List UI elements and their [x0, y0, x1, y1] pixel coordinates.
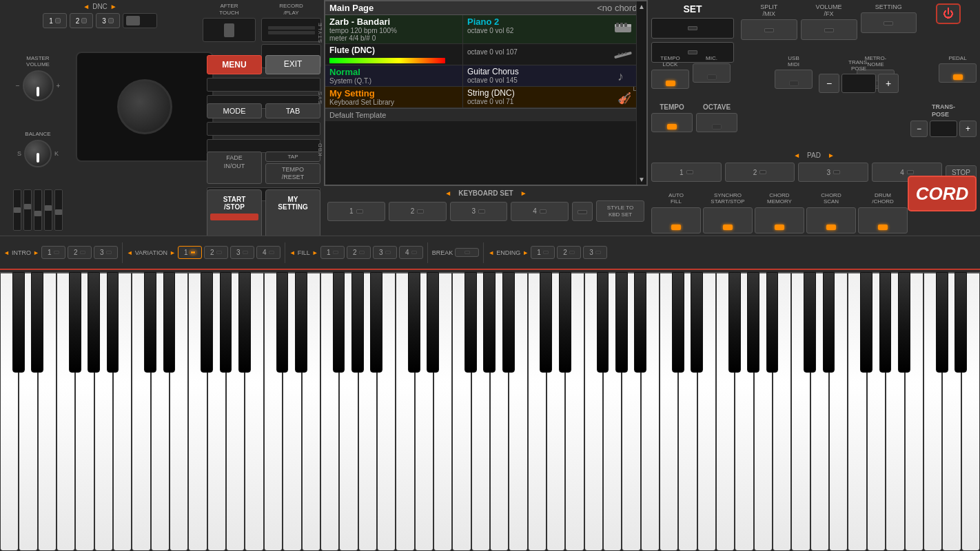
- style-to-kbd-set-button[interactable]: STYLE TOKBD SET: [596, 200, 644, 222]
- intro-btn-3[interactable]: 3: [94, 246, 118, 259]
- black-key-3-2[interactable]: [465, 272, 477, 373]
- black-key-1-1[interactable]: [163, 272, 176, 373]
- pitch-slider-4[interactable]: [44, 189, 52, 231]
- scroll-down-btn[interactable]: ▼: [638, 176, 645, 183]
- black-key-1-0[interactable]: [144, 272, 156, 373]
- black-key-3-3[interactable]: [483, 272, 496, 373]
- pitch-slider-1[interactable]: [13, 189, 21, 231]
- display-row-1[interactable]: Zarb - Bandari tempo 120 bpm 100% meter …: [325, 15, 646, 44]
- kbd-set-btn-4[interactable]: 4: [511, 202, 569, 221]
- fade-button[interactable]: FADEIN/OUT: [207, 152, 262, 184]
- cord-section[interactable]: CORD: [908, 176, 977, 211]
- black-key-0-3[interactable]: [88, 272, 100, 373]
- transpose-plus-btn[interactable]: +: [959, 121, 977, 137]
- kbd-set-btn-2[interactable]: 2: [389, 202, 447, 221]
- black-key-0-1[interactable]: [31, 272, 43, 373]
- fill-btn-1[interactable]: 1: [320, 246, 345, 259]
- black-key-5-0[interactable]: [672, 272, 684, 373]
- pitch-slider-3[interactable]: [34, 189, 42, 231]
- transpose-minus-btn[interactable]: −: [910, 121, 928, 137]
- fill-btn-2[interactable]: 2: [347, 246, 371, 259]
- black-key-0-0[interactable]: [12, 272, 25, 373]
- black-key-6-0[interactable]: [804, 272, 816, 373]
- tempo-reset-button[interactable]: TEMPO/RESET: [265, 163, 320, 184]
- black-key-6-1[interactable]: [823, 272, 835, 373]
- variation-btn-4[interactable]: 4: [256, 246, 280, 259]
- display-row-4[interactable]: My Setting Keyboard Set Library String (…: [325, 87, 646, 108]
- break-btn-1[interactable]: [455, 248, 479, 257]
- black-key-2-3[interactable]: [351, 272, 364, 373]
- exit-button[interactable]: EXIT: [265, 55, 320, 74]
- black-key-4-4[interactable]: [634, 272, 646, 373]
- master-volume-knob[interactable]: [23, 70, 54, 101]
- dj-pad[interactable]: [76, 52, 214, 162]
- chord-scan-btn[interactable]: [806, 207, 856, 233]
- black-key-4-1[interactable]: [559, 272, 571, 373]
- mic-btn[interactable]: [693, 63, 731, 83]
- variation-btn-3[interactable]: 3: [230, 246, 254, 259]
- black-key-4-3[interactable]: [615, 272, 628, 373]
- pad-btn-3[interactable]: 3: [798, 163, 868, 182]
- tempo-lock-btn[interactable]: [651, 70, 689, 89]
- dnc-slider[interactable]: [123, 13, 157, 28]
- power-button[interactable]: ⏻: [936, 3, 961, 24]
- black-key-7-1[interactable]: [955, 272, 967, 373]
- black-key-5-2[interactable]: [728, 272, 741, 373]
- intro-btn-2[interactable]: 2: [68, 246, 92, 259]
- volume-fx-btn[interactable]: [801, 19, 857, 40]
- black-key-6-2[interactable]: [860, 272, 872, 373]
- tempo-btn[interactable]: [651, 113, 693, 132]
- black-key-1-4[interactable]: [238, 272, 251, 373]
- black-key-3-4[interactable]: [502, 272, 515, 373]
- black-key-5-1[interactable]: [691, 272, 703, 373]
- chord-memory-btn[interactable]: [755, 207, 804, 233]
- dnc-btn-1[interactable]: 1: [43, 13, 67, 28]
- black-key-2-0[interactable]: [276, 272, 289, 373]
- black-key-3-1[interactable]: [427, 272, 439, 373]
- black-key-1-2[interactable]: [201, 272, 213, 373]
- pitch-slider-2[interactable]: [23, 189, 32, 231]
- display-row-2[interactable]: Flute (DNC) octave 0 vol 107 UP2: [325, 44, 646, 65]
- black-key-6-3[interactable]: [879, 272, 892, 373]
- split-mix-btn[interactable]: [741, 19, 797, 40]
- ending-btn-1[interactable]: 1: [531, 246, 555, 259]
- pad-btn-1[interactable]: 1: [651, 163, 722, 182]
- ending-btn-2[interactable]: 2: [557, 246, 581, 259]
- octave-btn[interactable]: [696, 113, 737, 132]
- scroll-up-btn[interactable]: ▲: [638, 3, 645, 10]
- setting-btn[interactable]: [861, 12, 917, 33]
- black-key-5-4[interactable]: [766, 272, 779, 373]
- variation-btn-2[interactable]: 2: [204, 246, 228, 259]
- black-key-6-4[interactable]: [898, 272, 910, 373]
- kbd-set-btn-3[interactable]: 3: [450, 202, 508, 221]
- drum-chord-btn[interactable]: [858, 207, 908, 233]
- trans-pose-plus[interactable]: +: [878, 74, 899, 93]
- after-touch-slider[interactable]: [203, 18, 256, 42]
- set-input-1[interactable]: [651, 18, 734, 39]
- trans-pose-minus[interactable]: −: [819, 74, 839, 93]
- balance-knob[interactable]: [24, 140, 52, 167]
- menu-slider[interactable]: [207, 78, 320, 92]
- black-key-3-0[interactable]: [408, 272, 420, 373]
- dnc-btn-2[interactable]: 2: [70, 13, 94, 28]
- auto-fill-btn[interactable]: [651, 207, 701, 233]
- tab-button[interactable]: TAB: [265, 103, 320, 118]
- black-key-4-0[interactable]: [540, 272, 552, 373]
- mode-button[interactable]: MODE: [207, 103, 262, 118]
- synchro-btn[interactable]: [703, 207, 753, 233]
- pitch-slider-5[interactable]: [54, 189, 63, 231]
- intro-btn-1[interactable]: 1: [41, 246, 65, 259]
- kbd-set-extra-btn[interactable]: [572, 202, 593, 221]
- black-key-0-2[interactable]: [69, 272, 81, 373]
- black-key-1-3[interactable]: [220, 272, 232, 373]
- black-key-5-3[interactable]: [747, 272, 759, 373]
- display-row-3[interactable]: Normal System (Q.T.) Guitar Chorus octav…: [325, 65, 646, 87]
- black-key-2-2[interactable]: [333, 272, 345, 373]
- dnc-btn-3[interactable]: 3: [96, 13, 120, 28]
- black-key-7-0[interactable]: [936, 272, 948, 373]
- black-key-2-4[interactable]: [370, 272, 382, 373]
- black-key-4-2[interactable]: [597, 272, 609, 373]
- menu-button[interactable]: MENU: [207, 55, 262, 74]
- fill-btn-3[interactable]: 3: [373, 246, 397, 259]
- pad-btn-2[interactable]: 2: [725, 163, 795, 182]
